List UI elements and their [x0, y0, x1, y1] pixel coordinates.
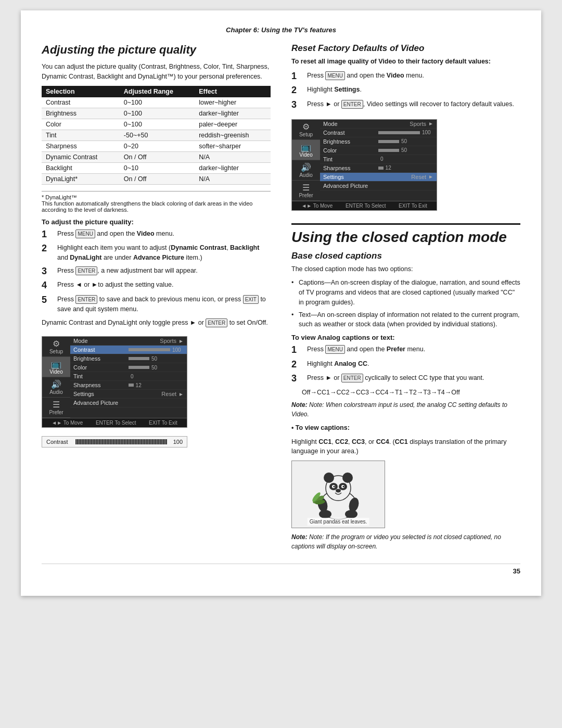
base-bullets: Captions—An on-screen display of the dia… [291, 278, 520, 329]
closed-caption-title: Using the closed caption mode [291, 229, 520, 246]
list-item: 3Press ENTER, a new adjustment bar will … [42, 266, 271, 277]
step-number: 3 [291, 373, 304, 385]
list-item: 3Press ► or ENTER, Video settings will r… [291, 99, 520, 111]
col-selection: Selection [42, 86, 120, 97]
svg-point-3 [342, 472, 353, 483]
tv-sidebar-item: ☰Prefer [42, 398, 70, 418]
col-effect: Effect [195, 86, 271, 97]
step-number: 1 [42, 229, 54, 240]
sidebar-label: Prefer [299, 193, 313, 198]
tv-menu-main: ModeSports►Contrast100Brightness50Color5… [70, 337, 187, 418]
table-cell: Brightness [42, 108, 120, 119]
tv-menu-row: Advanced Picture [320, 182, 437, 190]
table-row: Brightness0~100darker~lighter [42, 108, 271, 119]
tv-sidebar-item: 📺Video [292, 140, 320, 160]
arrow-icon: ► [428, 121, 433, 126]
reset-subheading: To reset all image quality of Video to t… [291, 58, 491, 65]
sidebar-icon: ⚙ [43, 339, 69, 349]
table-cell: N/A [195, 151, 271, 162]
step-number: 1 [291, 344, 304, 356]
tv-footer: ◄► To MoveENTER To SelectEXIT To Exit [42, 418, 187, 427]
reset-steps: 1Press MENU and open the Video menu.2Hig… [291, 71, 520, 111]
tv-sidebar: ⚙Setup📺Video🔊Audio☰Prefer [42, 337, 70, 418]
bar-cell: 50 [129, 356, 184, 362]
tv-menu-row: Brightness50 [320, 137, 437, 146]
step-number: 3 [42, 266, 54, 277]
page: Chapter 6: Using the TV's features Adjus… [21, 10, 541, 596]
row-label: Sharpness [323, 165, 378, 171]
bar [378, 140, 399, 143]
bar-cell: 100 [129, 347, 184, 353]
sidebar-label: Prefer [49, 410, 63, 415]
tv-sidebar-item: ☰Prefer [292, 181, 320, 201]
table-cell: On / Off [120, 173, 195, 184]
tv-sidebar-item: ⚙Setup [42, 337, 70, 357]
table-cell: softer~sharper [195, 141, 271, 151]
row-label: Contrast [323, 130, 378, 136]
step-content: Highlight Analog CC. [307, 359, 520, 369]
table-row: Backlight0~10darker~lighter [42, 162, 271, 173]
contrast-bar-label: Contrast [46, 439, 72, 445]
bar-value: 50 [401, 138, 407, 144]
contrast-bar-track [75, 439, 167, 444]
row-label: Advanced Picture [73, 400, 184, 406]
panda-caption: Giant pandas eat leaves. [308, 518, 369, 526]
table-cell: Contrast [42, 97, 120, 108]
sidebar-icon: 📺 [43, 359, 69, 369]
bar-cell: 50 [129, 365, 184, 371]
list-item: 3Press ► or ENTER cyclically to select C… [291, 373, 520, 385]
enter-icon: ENTER [75, 266, 97, 275]
tv-menu-row: Color50 [320, 146, 437, 155]
footnote: * DynaLight™ This function automatically… [42, 191, 271, 213]
sidebar-icon: ☰ [43, 400, 69, 410]
footer-item: EXIT To Exit [149, 420, 177, 426]
bar [129, 384, 134, 387]
tv-menu-row: Sharpness12 [70, 381, 187, 390]
panda-image: Giant pandas eat leaves. [291, 461, 385, 528]
tv-menu-main: ModeSports►Contrast100Brightness50Color5… [320, 120, 437, 201]
analog-steps: 1Press MENU and open the Prefer menu.2Hi… [291, 344, 520, 385]
view-captions-strong: • To view captions: [291, 424, 350, 431]
table-cell: On / Off [120, 151, 195, 162]
bar [378, 167, 384, 170]
tv-menu-right: ⚙Setup📺Video🔊Audio☰PreferModeSports►Cont… [291, 119, 437, 211]
tv-menu-row: Sharpness12 [320, 164, 437, 173]
cc-sequence: Off→CC1→CC2→CC3→CC4→T1→T2→T3→T4→Off [291, 389, 520, 396]
bar-value: 12 [136, 382, 142, 388]
contrast-bar: Contrast 100 [42, 436, 187, 448]
row-label: Tint [73, 373, 129, 379]
table-cell: Color [42, 119, 120, 130]
svg-point-8 [334, 486, 335, 488]
row-label: Sharpness [73, 382, 129, 388]
row-value: Sports [160, 338, 176, 344]
table-cell: 0~100 [120, 97, 195, 108]
table-row: Contrast0~100lower~higher [42, 97, 271, 108]
bar [129, 366, 149, 369]
right-column: Reset Factory Defaults of Video To reset… [291, 43, 520, 555]
adjusting-section-title: Adjusting the picture quality [42, 43, 271, 57]
bar-value: 12 [386, 165, 391, 171]
step-content: Press ► or ENTER cyclically to select CC… [307, 373, 520, 383]
panda-svg [307, 468, 369, 520]
step-content: Press ◄ or ►to adjust the setting value. [57, 280, 271, 290]
list-item: 1Press MENU and open the Video menu. [42, 229, 271, 240]
step-content: Press MENU and open the Prefer menu. [307, 344, 520, 354]
tv-menu-inner: ⚙Setup📺Video🔊Audio☰PreferModeSports►Cont… [42, 337, 187, 418]
step-content: Press MENU and open the Video menu. [57, 229, 271, 239]
note-bottom-text: Note: If the program or video you select… [291, 533, 501, 550]
table-cell: 0~20 [120, 141, 195, 151]
col-range: Adjusted Range [120, 86, 195, 97]
arrow-icon: ► [178, 391, 184, 397]
tv-menu-row: ModeSports► [320, 120, 437, 129]
footer-item: ◄► To Move [301, 203, 333, 209]
row-label: Color [323, 147, 378, 154]
adjust-steps: 1Press MENU and open the Video menu.2Hig… [42, 229, 271, 314]
list-item: 1Press MENU and open the Video menu. [291, 71, 520, 82]
tv-menu-row: SettingsReset► [70, 390, 187, 399]
bar-value: 50 [401, 147, 407, 153]
bar-cell: 0 [378, 156, 433, 162]
tv-menu-left: ⚙Setup📺Video🔊Audio☰PreferModeSports►Cont… [42, 336, 187, 428]
step-content: Press ► or ENTER, Video settings will re… [307, 99, 520, 109]
chapter-header: Chapter 6: Using the TV's features [42, 26, 520, 34]
step-content: Press ENTER to save and back to previous… [57, 295, 271, 314]
